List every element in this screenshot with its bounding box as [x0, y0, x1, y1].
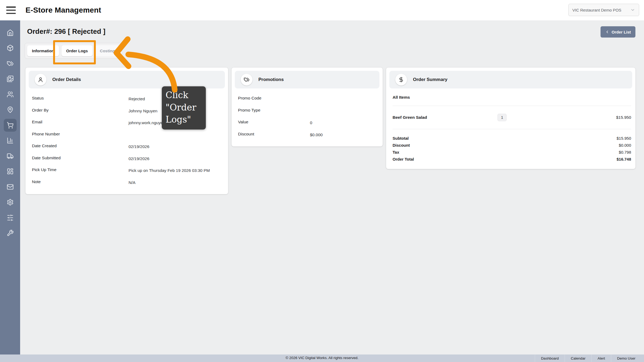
sidebar-item-reports[interactable] [0, 133, 20, 149]
tab-costing[interactable]: Costing [95, 45, 120, 56]
promo-value: 0 [310, 120, 376, 126]
order-totals: Subtotal$15.950 Discount$0.000 Tax$0.798… [393, 129, 631, 164]
tooltip-line: Logs" [166, 113, 202, 126]
sidebar-item-messages[interactable] [0, 179, 20, 195]
detail-label: Order By [32, 108, 129, 113]
sidebar-item-products[interactable] [0, 40, 20, 56]
mail-icon [7, 183, 14, 190]
total-value: $0.000 [619, 143, 631, 147]
sidebar-item-customers[interactable] [0, 87, 20, 102]
store-selector[interactable]: VIC Restaurant Demo POS [568, 4, 639, 16]
promo-row-code: Promo Code [238, 93, 376, 105]
sidebar-item-preferences[interactable] [0, 210, 20, 226]
sidebar-item-settings[interactable] [0, 195, 20, 210]
sidebar-item-media[interactable] [0, 71, 20, 87]
footer-links: Dashboard Calendar Alert Demo User [535, 354, 641, 362]
order-details-header: Order Details [29, 71, 225, 88]
detail-label: Pick Up Time [32, 167, 129, 172]
order-item-price: $15.950 [507, 115, 631, 120]
sidebar-item-locations[interactable] [0, 102, 20, 118]
total-row-tax: Tax$0.798 [393, 149, 631, 156]
order-tabs: Information Order Logs Costing [25, 43, 122, 59]
sidebar-item-tools[interactable] [0, 226, 20, 241]
footer-link-calendar[interactable]: Calendar [565, 354, 591, 362]
sidebar-item-promotions[interactable] [0, 56, 20, 71]
detail-label: Date Created [32, 143, 129, 148]
map-pin-icon [7, 106, 14, 113]
promo-label: Promo Code [238, 96, 310, 101]
sidebar-item-apps[interactable] [0, 164, 20, 179]
tag-icon [244, 77, 250, 83]
bar-chart-icon [7, 137, 14, 144]
app-root: E-Store Management VIC Restaurant Demo P… [0, 0, 644, 362]
chevron-left-icon [605, 30, 609, 34]
detail-value: N/A [129, 179, 221, 186]
promo-label: Value [238, 120, 310, 124]
detail-row-date-submitted: Date Submitted02/19/2026 [32, 153, 222, 165]
tooltip-line: "Order [166, 101, 202, 114]
footer-link-dashboard[interactable]: Dashboard [535, 354, 565, 362]
sidebar-item-orders[interactable] [0, 117, 20, 133]
total-row-subtotal: Subtotal$15.950 [393, 135, 631, 142]
detail-label: Status [32, 96, 129, 101]
top-bar: E-Store Management VIC Restaurant Demo P… [0, 0, 644, 20]
tooltip-line: Click [166, 89, 202, 101]
wrench-icon [7, 230, 14, 237]
detail-row-date-created: Date Created02/19/2026 [32, 141, 222, 153]
order-list-button[interactable]: Order List [601, 26, 635, 38]
order-summary-body: All Items Beef Green Salad 1 $15.950 Sub… [386, 88, 635, 169]
promotions-header: Promotions [235, 71, 379, 88]
promotions-icon-circle [241, 74, 253, 86]
promotions-card: Promotions Promo Code Promo Type Value0 … [232, 68, 383, 146]
total-label: Tax [393, 150, 399, 154]
promotions-title: Promotions [258, 77, 284, 82]
total-row-discount: Discount$0.000 [393, 142, 631, 149]
package-icon [7, 45, 14, 51]
promo-row-value: Value0 [238, 117, 376, 129]
detail-value: 02/19/2026 [129, 156, 221, 162]
order-summary-header: Order Summary [389, 71, 632, 88]
sidebar-active-indicator [4, 119, 17, 132]
total-label: Order Total [393, 157, 414, 161]
chevron-down-icon [630, 8, 635, 12]
sidebar-item-delivery[interactable] [0, 148, 20, 164]
sidebar-item-home[interactable] [0, 25, 20, 40]
promo-label: Discount [238, 132, 310, 136]
promo-label: Promo Type [238, 108, 310, 113]
tab-information[interactable]: Information [27, 45, 59, 56]
footer-link-demo-user[interactable]: Demo User [611, 354, 641, 362]
footer-link-alert[interactable]: Alert [591, 354, 611, 362]
order-details-icon-circle [35, 74, 46, 86]
total-value: $16.748 [617, 157, 631, 161]
detail-label: Note [32, 179, 129, 184]
order-summary-card: Order Summary All Items Beef Green Salad… [386, 68, 635, 169]
order-summary-title: Order Summary [413, 77, 448, 82]
hamburger-menu-icon[interactable] [6, 6, 16, 14]
detail-row-note: NoteN/A [32, 176, 222, 189]
total-label: Subtotal [393, 136, 409, 141]
sidebar-nav [0, 20, 20, 354]
layout-grid-icon [7, 168, 14, 175]
users-icon [7, 91, 14, 98]
detail-value: 02/19/2026 [129, 143, 221, 150]
cards-row: Order Details StatusRejected Order ByJoh… [25, 68, 635, 194]
detail-value: Pick up on Thursday Feb 19 2026 03:30 PM [129, 167, 221, 174]
tag-icon [7, 60, 14, 67]
order-item-row: Beef Green Salad 1 $15.950 [393, 106, 631, 129]
images-icon [7, 75, 14, 82]
promo-row-discount: Discount$0.000 [238, 129, 376, 141]
promo-value: $0.000 [310, 132, 376, 138]
promotions-rows: Promo Code Promo Type Value0 Discount$0.… [232, 88, 383, 146]
order-list-button-label: Order List [612, 30, 631, 34]
sliders-icon [7, 214, 14, 221]
order-summary-icon-circle [395, 74, 407, 86]
detail-label: Phone Number [32, 132, 129, 136]
tab-order-logs[interactable]: Order Logs [61, 45, 93, 56]
order-details-title: Order Details [52, 77, 81, 82]
truck-icon [7, 153, 14, 160]
promo-row-type: Promo Type [238, 105, 376, 117]
detail-row-pickup-time: Pick Up TimePick up on Thursday Feb 19 2… [32, 164, 222, 176]
dollar-icon [398, 77, 404, 83]
total-value: $15.950 [617, 136, 631, 141]
annotation-tooltip: Click "Order Logs" [162, 86, 206, 130]
